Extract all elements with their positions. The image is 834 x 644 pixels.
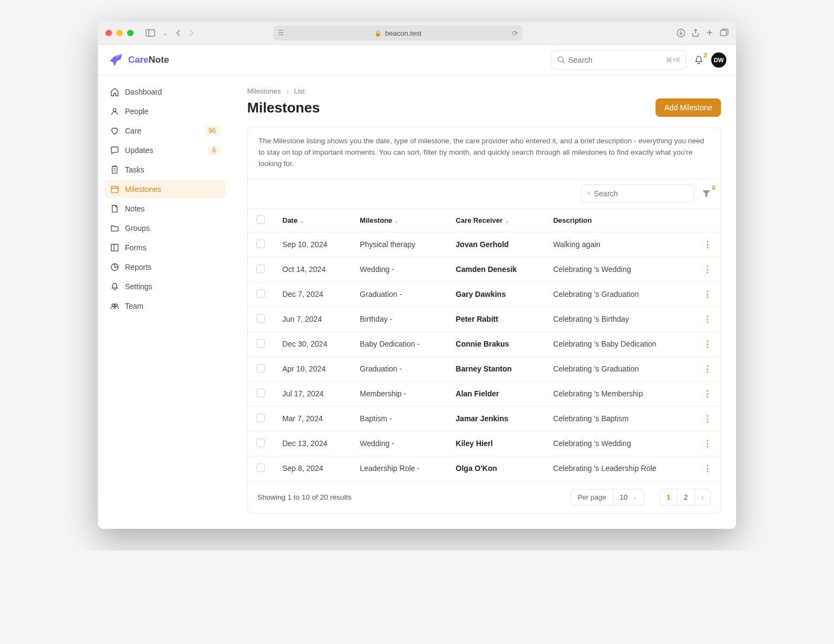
row-checkbox[interactable] xyxy=(256,389,265,397)
row-actions-button[interactable]: ⋮ xyxy=(694,381,720,406)
row-checkbox[interactable] xyxy=(256,264,265,273)
notification-count: 2 xyxy=(704,52,707,58)
filter-icon xyxy=(702,189,711,198)
row-actions-button[interactable]: ⋮ xyxy=(694,356,720,381)
users-icon xyxy=(110,301,120,311)
breadcrumb-parent[interactable]: Milestones xyxy=(247,87,281,95)
row-actions-button[interactable]: ⋮ xyxy=(694,456,720,481)
bell-icon xyxy=(694,55,704,65)
sidebar-item-settings[interactable]: Settings xyxy=(104,277,226,296)
url-bar[interactable]: ☰ 🔒 beacon.test ⟳ xyxy=(274,25,522,41)
page-next[interactable]: › xyxy=(695,489,710,505)
new-tab-icon[interactable] xyxy=(706,29,713,37)
sidebar-item-milestones[interactable]: Milestones xyxy=(104,180,226,198)
row-actions-button[interactable]: ⋮ xyxy=(694,307,720,331)
cell-date: Dec 30, 2024 xyxy=(274,331,351,356)
page-2[interactable]: 2 xyxy=(677,489,694,505)
home-icon xyxy=(110,87,120,97)
chat-icon xyxy=(110,145,120,155)
sidebar-item-groups[interactable]: Groups xyxy=(104,219,226,237)
notifications-button[interactable]: 2 xyxy=(694,55,704,65)
row-actions-button[interactable]: ⋮ xyxy=(694,232,720,257)
svg-rect-7 xyxy=(111,187,118,193)
sidebar-item-people[interactable]: People xyxy=(104,102,226,121)
browser-back[interactable] xyxy=(176,29,181,37)
sidebar-item-team[interactable]: Team xyxy=(104,297,226,315)
sidebar-item-dashboard[interactable]: Dashboard xyxy=(104,83,226,101)
sidebar-item-updates[interactable]: Updates 6 xyxy=(104,141,226,160)
sidebar-item-forms[interactable]: Forms xyxy=(104,238,226,257)
chart-icon xyxy=(110,262,120,272)
row-actions-button[interactable]: ⋮ xyxy=(694,331,720,356)
main-content: Milestones › List Milestones Add Milesto… xyxy=(232,75,736,529)
global-search-input[interactable] xyxy=(568,56,666,64)
column-receiver[interactable]: Care Receiver⌄ xyxy=(447,209,545,233)
table-search-input[interactable] xyxy=(594,189,689,198)
table-search[interactable] xyxy=(581,184,694,203)
window-close[interactable] xyxy=(105,30,112,36)
row-actions-button[interactable]: ⋮ xyxy=(694,431,720,456)
cell-milestone: Wedding - xyxy=(351,431,447,456)
share-icon[interactable] xyxy=(692,29,699,37)
sidebar-badge: 96 xyxy=(204,126,220,136)
column-milestone[interactable]: Milestone⌄ xyxy=(351,209,447,233)
sidebar-item-tasks[interactable]: Tasks xyxy=(104,161,226,179)
select-all-checkbox[interactable] xyxy=(256,215,265,224)
row-checkbox[interactable] xyxy=(256,240,265,248)
user-avatar[interactable]: DW xyxy=(711,52,726,68)
row-checkbox[interactable] xyxy=(256,289,265,298)
cell-milestone: Graduation - xyxy=(351,356,447,381)
logo[interactable]: CareNote xyxy=(108,52,169,68)
cell-receiver: Gary Dawkins xyxy=(447,282,545,307)
download-icon[interactable] xyxy=(677,29,685,37)
row-checkbox[interactable] xyxy=(256,463,265,472)
column-date[interactable]: Date⌄ xyxy=(274,209,351,233)
sidebar-item-label: Tasks xyxy=(125,165,144,174)
sidebar-item-label: Forms xyxy=(125,243,147,252)
global-search[interactable]: ⌘+K xyxy=(551,50,686,70)
sidebar-badge: 6 xyxy=(208,145,220,155)
per-page-label: Per page xyxy=(571,489,613,506)
page-1[interactable]: 1 xyxy=(660,489,677,505)
row-actions-button[interactable]: ⋮ xyxy=(694,282,720,307)
milestones-table: Date⌄ Milestone⌄ Care Receiver⌄ Descript… xyxy=(248,209,720,481)
heart-icon xyxy=(110,126,120,136)
cell-description: Celebrating 's Graduation xyxy=(545,356,694,381)
sidebar-item-reports[interactable]: Reports xyxy=(104,258,226,276)
sidebar-item-notes[interactable]: Notes xyxy=(104,200,226,218)
cell-milestone: Baptism - xyxy=(351,406,447,431)
row-actions-button[interactable]: ⋮ xyxy=(694,257,720,282)
cell-milestone: Graduation - xyxy=(351,282,447,307)
row-checkbox[interactable] xyxy=(256,314,265,323)
row-actions-button[interactable]: ⋮ xyxy=(694,406,720,431)
per-page-select[interactable]: 10 ⌄ xyxy=(613,489,644,506)
sidebar-item-label: Updates xyxy=(125,146,153,155)
row-checkbox[interactable] xyxy=(256,439,265,447)
cell-date: Mar 7, 2024 xyxy=(274,406,351,431)
reload-icon[interactable]: ⟳ xyxy=(512,29,518,37)
cell-receiver: Connie Brakus xyxy=(447,331,545,356)
svg-rect-6 xyxy=(112,167,117,174)
chevron-down-icon[interactable]: ⌄ xyxy=(163,30,167,36)
window-maximize[interactable] xyxy=(127,30,134,36)
cell-date: Apr 10, 2024 xyxy=(274,356,351,381)
sidebar-item-care[interactable]: Care 96 xyxy=(104,122,226,140)
cell-milestone: Membership - xyxy=(351,381,447,406)
add-milestone-button[interactable]: Add Milestone xyxy=(656,98,721,117)
row-checkbox[interactable] xyxy=(256,364,265,373)
sidebar-toggle-icon[interactable] xyxy=(145,29,155,37)
cell-receiver: Peter Rabitt xyxy=(447,307,545,331)
breadcrumb-current: List xyxy=(294,87,305,95)
svg-point-9 xyxy=(112,304,115,307)
row-checkbox[interactable] xyxy=(256,339,265,348)
sidebar-item-label: Team xyxy=(125,302,143,310)
browser-forward[interactable] xyxy=(189,29,194,37)
site-settings-icon[interactable]: ☰ xyxy=(278,29,284,37)
user-icon xyxy=(110,107,120,116)
window-minimize[interactable] xyxy=(116,30,123,36)
row-checkbox[interactable] xyxy=(256,414,265,422)
calendar-icon xyxy=(110,184,120,194)
table-row: Dec 7, 2024Graduation -Gary DawkinsCeleb… xyxy=(248,282,720,307)
filter-button[interactable]: 0 xyxy=(700,187,713,200)
tabs-icon[interactable] xyxy=(720,29,729,37)
